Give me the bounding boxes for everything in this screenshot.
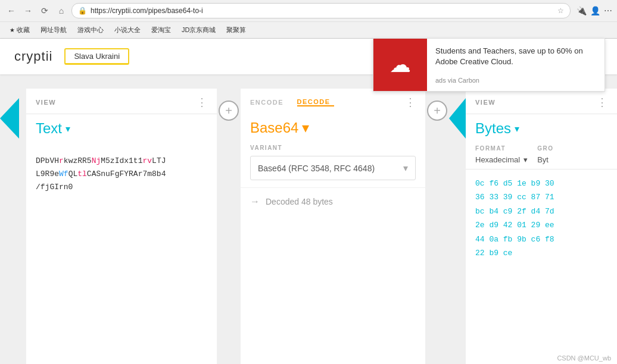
encoder-menu-button[interactable]: ⋮ bbox=[405, 96, 416, 109]
group-label: GRO bbox=[537, 145, 553, 152]
text-panel-content: DPbVHrkwzRR5NjM5zIdx1t1rvLTJ L9R9eWfQLtl… bbox=[26, 145, 217, 364]
add-left-pipe-button[interactable]: + bbox=[217, 89, 241, 364]
bookmark-nav[interactable]: 网址导航 bbox=[36, 24, 71, 36]
bytes-panel-menu-button[interactable]: ⋮ bbox=[597, 96, 607, 109]
star-icon: ★ bbox=[10, 27, 15, 33]
decoded-bytes-text: Decoded 48 bytes bbox=[266, 197, 333, 206]
encoder-title[interactable]: Base64 ▾ bbox=[250, 120, 416, 136]
watermark: CSDN @MCU_wb bbox=[557, 354, 611, 362]
left-chevron-icon bbox=[0, 98, 19, 139]
text-panel-title[interactable]: Text ▾ bbox=[36, 120, 207, 137]
format-select[interactable]: Hexadecimal ▾ bbox=[475, 155, 528, 164]
bytes-row-1: 0c f6 d5 1e b9 30 bbox=[475, 177, 607, 190]
home-button[interactable]: ⌂ bbox=[55, 4, 68, 17]
text-line-3: /fjGIrn0 bbox=[36, 181, 207, 194]
add-left-circle-icon[interactable]: + bbox=[219, 101, 239, 121]
app-logo[interactable]: cryptii bbox=[14, 49, 52, 64]
format-group-row: FORMAT Hexadecimal ▾ GRO Byt bbox=[466, 145, 617, 170]
bytes-row-2: 36 33 39 cc 87 71 bbox=[475, 190, 607, 204]
text-panel-label: VIEW bbox=[36, 99, 197, 106]
bookmarks-bar: ★ 收藏 网址导航 游戏中心 小说大全 爱淘宝 JD京东商城 聚聚算 bbox=[0, 21, 617, 38]
decoded-arrow-icon: → bbox=[250, 196, 260, 207]
bookmark-jusuanl[interactable]: 聚聚算 bbox=[222, 24, 251, 36]
ad-text-area: Students and Teachers, save up to 60% on… bbox=[427, 39, 604, 91]
bytes-dropdown-icon: ▾ bbox=[515, 123, 519, 134]
bytes-panel-title[interactable]: Bytes ▾ bbox=[475, 120, 607, 137]
bytes-panel-title-row: Bytes ▾ bbox=[466, 114, 617, 145]
right-chevron-icon bbox=[449, 98, 466, 139]
encoder-dropdown-icon: ▾ bbox=[302, 120, 309, 136]
bytes-view-panel: VIEW ⋮ Bytes ▾ FORMAT Hexadecimal ▾ bbox=[466, 89, 617, 364]
text-line-2: L9R9eWfQLtlCASnuFgFYRAr7m8b4 bbox=[36, 168, 207, 181]
address-bar[interactable]: 🔒 https://cryptii.com/pipes/base64-to-i … bbox=[71, 3, 571, 18]
group-select[interactable]: Byt bbox=[537, 155, 553, 164]
extension-icon[interactable]: 🔌 bbox=[577, 6, 587, 15]
url-text: https://cryptii.com/pipes/base64-to-i bbox=[91, 7, 554, 15]
settings-icon[interactable]: ⋯ bbox=[604, 6, 612, 15]
back-button[interactable]: ← bbox=[5, 4, 18, 17]
bookmark-collections[interactable]: ★ 收藏 bbox=[5, 24, 35, 36]
text-view-panel: VIEW ⋮ Text ▾ DPbVHrkwzRR5NjM5zIdx1t1rvL… bbox=[26, 89, 217, 364]
text-panel-menu-button[interactable]: ⋮ bbox=[197, 96, 207, 109]
bytes-panel-header: VIEW ⋮ bbox=[466, 89, 617, 114]
bytes-row-4: 2e d9 42 01 29 ee bbox=[475, 218, 607, 232]
decode-tab[interactable]: DECODE bbox=[297, 98, 334, 106]
pipes-area: VIEW ⋮ Text ▾ DPbVHrkwzRR5NjM5zIdx1t1rvL… bbox=[0, 74, 617, 364]
encoder-title-row: Base64 ▾ bbox=[241, 114, 425, 145]
ad-headline: Students and Teachers, save up to 60% on… bbox=[435, 46, 596, 67]
format-value: Hexadecimal bbox=[475, 155, 520, 164]
address-icons: ☆ bbox=[557, 7, 564, 15]
bytes-display: 0c f6 d5 1e b9 30 36 33 39 cc 87 71 bc b… bbox=[466, 170, 617, 267]
variant-label: VARIANT bbox=[250, 145, 416, 151]
bookmark-jd[interactable]: JD京东商城 bbox=[177, 24, 220, 36]
browser-actions: 🔌 👤 ⋯ bbox=[577, 6, 612, 15]
text-panel-header: VIEW ⋮ bbox=[26, 89, 217, 114]
add-right-circle-icon[interactable]: + bbox=[427, 101, 447, 121]
group-value: Byt bbox=[537, 155, 549, 164]
variant-value: Base64 (RFC 3548, RFC 4648) bbox=[258, 164, 375, 173]
ad-subtext: ads via Carbon bbox=[435, 77, 596, 84]
bookmark-novels[interactable]: 小说大全 bbox=[110, 24, 145, 36]
text-panel-title-row: Text ▾ bbox=[26, 114, 217, 145]
encoder-header: ENCODE DECODE ⋮ bbox=[241, 89, 425, 114]
decoded-result: → Decoded 48 bytes bbox=[241, 187, 425, 215]
security-icon: 🔒 bbox=[78, 7, 87, 15]
bookmark-games[interactable]: 游戏中心 bbox=[73, 24, 108, 36]
encode-tab[interactable]: ENCODE bbox=[250, 99, 287, 106]
forward-button[interactable]: → bbox=[21, 4, 35, 17]
format-label: FORMAT bbox=[475, 145, 528, 152]
bookmark-star-icon[interactable]: ☆ bbox=[557, 7, 564, 15]
browser-chrome: ← → ⟳ ⌂ 🔒 https://cryptii.com/pipes/base… bbox=[0, 0, 617, 39]
profile-icon[interactable]: 👤 bbox=[590, 6, 600, 15]
bytes-panel-label: VIEW bbox=[475, 99, 597, 106]
bookmark-taobao[interactable]: 爱淘宝 bbox=[147, 24, 176, 36]
add-right-pipe-button[interactable]: + bbox=[425, 89, 449, 364]
ad-banner[interactable]: ☁ Students and Teachers, save up to 60% … bbox=[373, 38, 605, 92]
ad-logo: ☁ bbox=[373, 39, 427, 91]
text-dropdown-icon: ▾ bbox=[66, 123, 70, 134]
text-line-1: DPbVHrkwzRR5NjM5zIdx1t1rvLTJ bbox=[36, 155, 207, 168]
format-dropdown-icon: ▾ bbox=[523, 155, 528, 164]
group-column: GRO Byt bbox=[537, 145, 553, 164]
encoder-panel: ENCODE DECODE ⋮ Base64 ▾ VARIANT Base64 … bbox=[241, 89, 425, 364]
bytes-row-6: 22 b9 ce bbox=[475, 246, 607, 260]
format-column: FORMAT Hexadecimal ▾ bbox=[475, 145, 528, 164]
left-arrow-indicator bbox=[0, 89, 26, 364]
refresh-button[interactable]: ⟳ bbox=[38, 4, 51, 17]
adobe-cloud-icon: ☁ bbox=[389, 52, 411, 77]
variant-select[interactable]: Base64 (RFC 3548, RFC 4648) ▾ bbox=[250, 156, 416, 180]
slava-button[interactable]: Slava Ukraini bbox=[64, 48, 129, 65]
bytes-row-3: bc b4 c9 2f d4 7d bbox=[475, 205, 607, 218]
variant-dropdown-icon: ▾ bbox=[403, 162, 408, 174]
variant-section: VARIANT Base64 (RFC 3548, RFC 4648) ▾ bbox=[241, 145, 425, 187]
titlebar: ← → ⟳ ⌂ 🔒 https://cryptii.com/pipes/base… bbox=[0, 0, 617, 21]
bytes-row-5: 44 0a fb 9b c6 f8 bbox=[475, 233, 607, 246]
